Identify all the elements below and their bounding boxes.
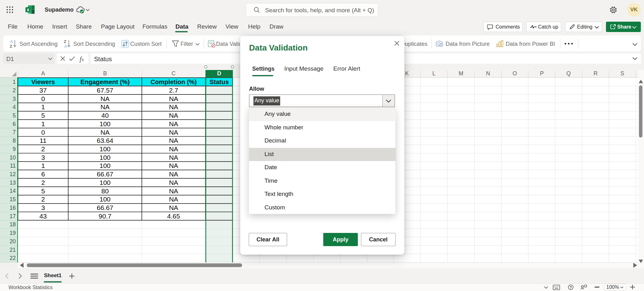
svg-text:NA: NA bbox=[100, 95, 109, 102]
svg-text:2: 2 bbox=[13, 87, 16, 94]
svg-text:21: 21 bbox=[10, 247, 16, 253]
svg-text:19: 19 bbox=[10, 230, 16, 236]
svg-text:4: 4 bbox=[13, 104, 16, 110]
svg-text:15: 15 bbox=[10, 196, 16, 202]
svg-text:R: R bbox=[594, 70, 598, 77]
svg-text:NA: NA bbox=[169, 129, 178, 136]
svg-text:Engagement (%): Engagement (%) bbox=[80, 78, 130, 85]
svg-text:10: 10 bbox=[10, 154, 16, 161]
svg-text:A: A bbox=[41, 70, 45, 77]
svg-text:N: N bbox=[486, 70, 490, 77]
svg-text:2: 2 bbox=[41, 145, 45, 153]
svg-text:6: 6 bbox=[41, 170, 45, 178]
svg-text:Viewers: Viewers bbox=[31, 78, 55, 85]
svg-text:4.65: 4.65 bbox=[167, 213, 180, 220]
svg-text:NA: NA bbox=[169, 162, 178, 169]
svg-text:O: O bbox=[513, 70, 517, 77]
svg-text:A: A bbox=[10, 39, 13, 44]
svg-text:2: 2 bbox=[41, 196, 45, 203]
svg-text:17: 17 bbox=[10, 213, 16, 219]
svg-text:M: M bbox=[459, 70, 464, 77]
svg-text:11: 11 bbox=[40, 137, 47, 144]
svg-text:6: 6 bbox=[13, 121, 16, 127]
svg-text:100: 100 bbox=[99, 154, 110, 161]
svg-text:A: A bbox=[64, 44, 67, 49]
svg-text:B: B bbox=[103, 70, 107, 77]
svg-text:NA: NA bbox=[169, 112, 178, 119]
svg-text:NA: NA bbox=[169, 103, 178, 110]
svg-text:100: 100 bbox=[99, 162, 110, 169]
svg-text:NA: NA bbox=[169, 170, 178, 178]
svg-text:40: 40 bbox=[101, 112, 108, 119]
svg-text:X: X bbox=[27, 8, 30, 12]
svg-text:9: 9 bbox=[13, 146, 16, 152]
svg-text:100: 100 bbox=[99, 196, 110, 203]
svg-text:D: D bbox=[217, 70, 221, 77]
svg-text:Completion (%): Completion (%) bbox=[151, 78, 197, 85]
svg-text:100: 100 bbox=[99, 145, 110, 153]
svg-text:14: 14 bbox=[10, 188, 16, 194]
svg-text:Status: Status bbox=[209, 78, 229, 85]
svg-text:NA: NA bbox=[169, 196, 178, 203]
svg-text:43: 43 bbox=[39, 213, 47, 220]
svg-text:37: 37 bbox=[39, 87, 47, 94]
svg-text:K: K bbox=[405, 70, 409, 77]
svg-text:L: L bbox=[432, 70, 436, 77]
svg-text:3: 3 bbox=[13, 96, 16, 102]
svg-text:1: 1 bbox=[41, 103, 45, 110]
svg-text:NA: NA bbox=[169, 187, 178, 195]
svg-text:67.57: 67.57 bbox=[97, 87, 114, 94]
svg-text:NA: NA bbox=[169, 154, 178, 161]
svg-text:NA: NA bbox=[100, 129, 109, 136]
svg-text:Z: Z bbox=[64, 39, 66, 44]
svg-text:18: 18 bbox=[10, 221, 16, 228]
svg-text:NA: NA bbox=[100, 103, 109, 110]
svg-text:13: 13 bbox=[10, 180, 16, 186]
svg-text:3: 3 bbox=[41, 154, 45, 161]
svg-text:?: ? bbox=[569, 285, 572, 290]
svg-text:63.64: 63.64 bbox=[97, 137, 114, 144]
svg-text:66.67: 66.67 bbox=[97, 204, 114, 211]
svg-text:0: 0 bbox=[41, 95, 45, 102]
svg-text:NA: NA bbox=[169, 204, 178, 211]
svg-text:1: 1 bbox=[41, 120, 45, 127]
svg-text:NA: NA bbox=[169, 179, 178, 186]
svg-text:100: 100 bbox=[99, 120, 110, 127]
svg-text:2.7: 2.7 bbox=[169, 87, 178, 94]
svg-text:C: C bbox=[172, 70, 176, 77]
svg-text:P: P bbox=[540, 70, 544, 77]
svg-text:12: 12 bbox=[10, 171, 16, 177]
svg-text:0: 0 bbox=[41, 129, 45, 136]
svg-text:5: 5 bbox=[41, 187, 45, 195]
svg-text:5: 5 bbox=[41, 112, 45, 119]
svg-text:16: 16 bbox=[10, 205, 16, 211]
svg-text:7: 7 bbox=[13, 129, 16, 135]
svg-text:11: 11 bbox=[10, 163, 16, 169]
svg-text:1: 1 bbox=[41, 162, 45, 169]
svg-text:1: 1 bbox=[13, 79, 16, 85]
svg-text:20: 20 bbox=[10, 238, 16, 245]
svg-text:NA: NA bbox=[169, 120, 178, 127]
svg-text:5: 5 bbox=[13, 112, 16, 119]
svg-text:80: 80 bbox=[101, 187, 108, 195]
svg-text:NA: NA bbox=[169, 95, 178, 102]
svg-text:S: S bbox=[620, 70, 624, 77]
svg-text:100: 100 bbox=[99, 179, 110, 186]
svg-text:3: 3 bbox=[41, 204, 45, 211]
svg-text:22: 22 bbox=[10, 255, 16, 261]
svg-text:90.7: 90.7 bbox=[99, 213, 112, 220]
svg-text:Q: Q bbox=[566, 70, 571, 77]
svg-text:NA: NA bbox=[169, 145, 178, 153]
svg-text:Z: Z bbox=[10, 44, 12, 49]
svg-text:8: 8 bbox=[13, 137, 16, 144]
svg-text:NA: NA bbox=[169, 137, 178, 144]
svg-text:2: 2 bbox=[41, 179, 45, 186]
svg-text:66.67: 66.67 bbox=[97, 170, 114, 178]
